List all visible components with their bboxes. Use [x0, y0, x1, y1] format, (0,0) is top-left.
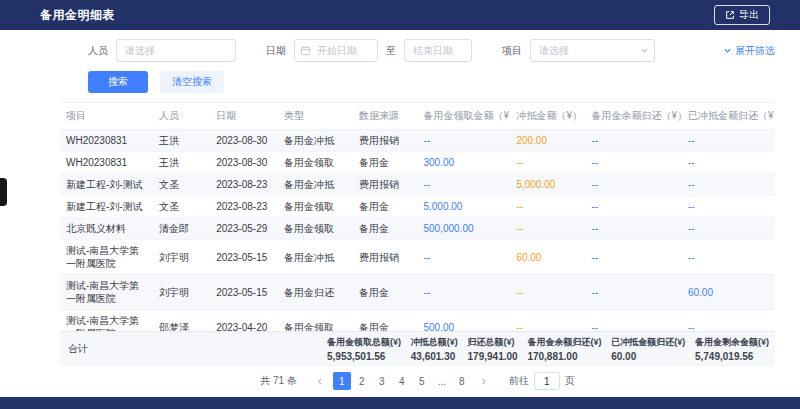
search-button[interactable]: 搜索: [88, 71, 148, 93]
summary-item-label: 备用金余额归还(¥): [527, 336, 601, 349]
page-title: 备用金明细表: [40, 7, 115, 24]
expand-chevron-icon: [723, 46, 732, 55]
cell-type: 备用金领取: [278, 196, 353, 218]
cell-person: 文圣: [153, 174, 210, 196]
cell-offset-return: --: [682, 174, 775, 196]
cell-received: 5,000.00: [417, 196, 510, 218]
cell-balance-return: --: [585, 196, 682, 218]
summary-item-label: 备用金剩余金额(¥): [695, 336, 769, 349]
table-row[interactable]: 北京既义材料清金郎2023-05-29备用金领取备用金500,000.00---…: [60, 218, 775, 240]
cell-balance-return: --: [585, 310, 682, 332]
summary-item-value: 5,749,019.56: [695, 351, 769, 362]
summary-row: 合计 备用金领取总额(¥)5,953,501.56冲抵总额(¥)43,601.3…: [60, 331, 775, 366]
cell-offset-return: --: [682, 310, 775, 332]
cell-source: 费用报销: [353, 174, 417, 196]
column-header: 数据来源: [353, 103, 417, 130]
goto-page: 前往 页: [509, 372, 575, 390]
cell-offset: 60.00: [510, 240, 585, 275]
project-select[interactable]: [530, 39, 655, 62]
cell-offset-return: 60.00: [682, 275, 775, 310]
drawer-handle[interactable]: [0, 178, 7, 206]
cell-project: 测试-南昌大学第一附属医院: [60, 275, 153, 310]
cell-date: 2023-08-23: [210, 196, 278, 218]
goto-page-label: 前往: [509, 374, 529, 388]
table-row[interactable]: 新建工程-刘-测试文圣2023-08-23备用金领取备用金5,000.00---…: [60, 196, 775, 218]
pagination: 共 71 条 ‹ 12345...8 › 前往 页: [60, 366, 775, 397]
table-row[interactable]: 测试-南昌大学第一附属医院邵梦泽2023-04-20备用金领取备用金500.00…: [60, 310, 775, 332]
cell-type: 备用金领取: [278, 152, 353, 174]
cell-offset-return: --: [682, 240, 775, 275]
summary-item-label: 备用金领取总额(¥): [327, 336, 401, 349]
clear-search-button[interactable]: 清空搜索: [160, 71, 224, 93]
page-button-5[interactable]: 5: [413, 372, 431, 390]
summary-item-label: 归还总额(¥): [468, 336, 518, 349]
cell-project: WH20230831: [60, 152, 153, 174]
cell-balance-return: --: [585, 218, 682, 240]
page-button-3[interactable]: 3: [373, 372, 391, 390]
cell-person: 文圣: [153, 196, 210, 218]
table-row[interactable]: 测试-南昌大学第一附属医院刘宇明2023-05-15备用金冲抵费用报销--60.…: [60, 240, 775, 275]
cell-offset: --: [510, 310, 585, 332]
main-panel: 人员 日期 至 项目: [0, 30, 800, 397]
cell-type: 备用金冲抵: [278, 174, 353, 196]
cell-type: 备用金冲抵: [278, 240, 353, 275]
cell-date: 2023-04-20: [210, 310, 278, 332]
summary-item: 备用金领取总额(¥)5,953,501.56: [327, 336, 401, 362]
prev-page-button[interactable]: ‹: [311, 372, 329, 390]
filter-bar: 人员 日期 至 项目: [88, 39, 775, 62]
cell-type: 备用金归还: [278, 275, 353, 310]
cell-source: 费用报销: [353, 240, 417, 275]
chevron-down-icon: [640, 46, 649, 55]
next-page-button[interactable]: ›: [475, 372, 493, 390]
page-button-8[interactable]: 8: [453, 372, 471, 390]
cell-person: 王洪: [153, 152, 210, 174]
cell-date: 2023-08-30: [210, 152, 278, 174]
cell-offset: 200.00: [510, 130, 585, 152]
summary-item: 已冲抵金额归还(¥)60.00: [611, 336, 685, 362]
expand-filters-label: 展开筛选: [735, 44, 775, 58]
cell-source: 费用报销: [353, 130, 417, 152]
table-row[interactable]: 测试-南昌大学第一附属医院刘宇明2023-05-15备用金归还备用金------…: [60, 275, 775, 310]
filter-actions: 搜索 清空搜索: [88, 71, 775, 93]
summary-item-value: 179,941.00: [468, 351, 518, 362]
date-separator: 至: [386, 44, 396, 58]
cell-offset: --: [510, 196, 585, 218]
person-filter-label: 人员: [88, 44, 108, 58]
total-label: 合计: [62, 342, 327, 356]
date-filter-label: 日期: [266, 44, 286, 58]
goto-page-input[interactable]: [534, 372, 560, 390]
cell-received: --: [417, 240, 510, 275]
cell-project: 测试-南昌大学第一附属医院: [60, 240, 153, 275]
person-select[interactable]: [116, 39, 236, 62]
page-ellipsis[interactable]: ...: [433, 372, 451, 390]
summary-groups: 备用金领取总额(¥)5,953,501.56冲抵总额(¥)43,601.30归还…: [327, 336, 769, 362]
page-button-2[interactable]: 2: [353, 372, 371, 390]
export-label: 导出: [739, 8, 759, 22]
summary-item: 备用金剩余金额(¥)5,749,019.56: [695, 336, 769, 362]
total-count: 共 71 条: [260, 374, 297, 388]
cell-project: 新建工程-刘-测试: [60, 196, 153, 218]
expand-filters-link[interactable]: 展开筛选: [723, 44, 775, 58]
cell-type: 备用金冲抵: [278, 130, 353, 152]
project-filter: 项目: [502, 39, 655, 62]
date-end-input[interactable]: [404, 39, 472, 62]
page-button-4[interactable]: 4: [393, 372, 411, 390]
cell-project: 测试-南昌大学第一附属医院: [60, 310, 153, 332]
table-row[interactable]: WH20230831王洪2023-08-30备用金领取备用金300.00----…: [60, 152, 775, 174]
table-row[interactable]: WH20230831王洪2023-08-30备用金冲抵费用报销--200.00-…: [60, 130, 775, 152]
export-button[interactable]: 导出: [714, 5, 770, 25]
column-header: 备用金领取金额（¥）: [417, 103, 510, 130]
cell-source: 备用金: [353, 218, 417, 240]
petty-cash-table: 项目人员日期类型数据来源备用金领取金额（¥）冲抵金额（¥）备用金余额归还（¥）已…: [60, 102, 775, 331]
page-button-1[interactable]: 1: [333, 372, 351, 390]
cell-offset: --: [510, 218, 585, 240]
cell-person: 刘宇明: [153, 275, 210, 310]
column-header: 人员: [153, 103, 210, 130]
cell-received: --: [417, 130, 510, 152]
column-header: 备用金余额归还（¥）: [585, 103, 682, 130]
cell-received: 500,000.00: [417, 218, 510, 240]
summary-item-value: 170,881.00: [527, 351, 601, 362]
cell-received: --: [417, 275, 510, 310]
table-row[interactable]: 新建工程-刘-测试文圣2023-08-23备用金冲抵费用报销--5,000.00…: [60, 174, 775, 196]
cell-offset: --: [510, 275, 585, 310]
